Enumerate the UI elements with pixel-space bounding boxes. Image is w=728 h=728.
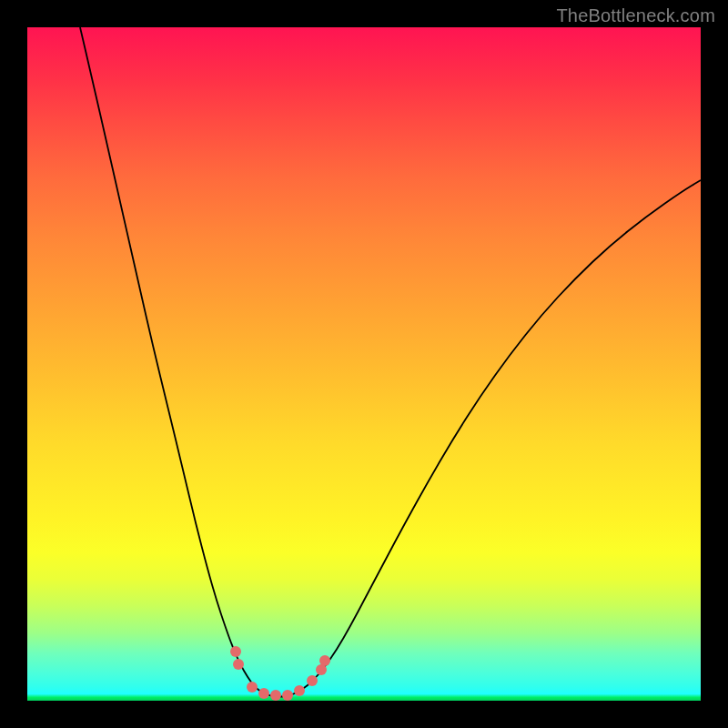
curve-marker xyxy=(247,682,258,693)
curve-marker xyxy=(270,690,281,701)
curve-marker xyxy=(258,688,269,699)
curve-marker xyxy=(294,685,305,696)
bottleneck-curve xyxy=(80,27,701,697)
watermark-text: TheBottleneck.com xyxy=(556,5,715,26)
curve-marker xyxy=(233,659,244,670)
curve-marker xyxy=(319,655,330,666)
curve-marker xyxy=(307,675,318,686)
plot-area xyxy=(27,27,701,701)
chart-frame: TheBottleneck.com xyxy=(0,0,728,728)
curve-marker xyxy=(230,646,241,657)
curve-marker xyxy=(282,690,293,701)
chart-svg xyxy=(27,27,701,701)
